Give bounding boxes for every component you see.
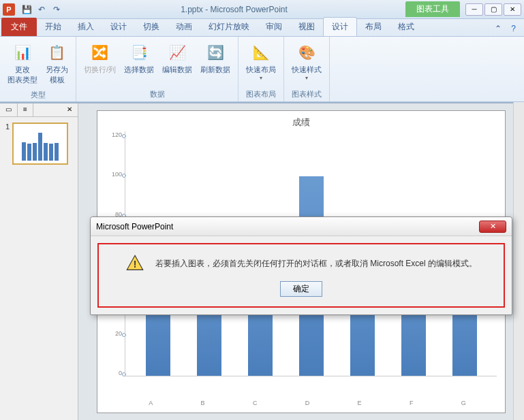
slide-number: 1: [5, 123, 10, 165]
ribbon-icon: 📊: [12, 42, 33, 63]
x-tick: G: [461, 400, 466, 406]
ribbon-icon: 🔄: [204, 42, 226, 63]
ribbon: 📊更改图表类型📋另存为模板类型🔀切换行/列📑选择数据📈编辑数据🔄刷新数据数据📐快…: [0, 37, 524, 102]
ribbon-tabs: 文件 开始 插入 设计 切换 动画 幻灯片放映 审阅 视图 设计 布局 格式 ⌃…: [0, 19, 524, 37]
ribbon-icon: 🎨: [296, 42, 318, 63]
ribbon-group: 📐快速布局▾图表布局: [238, 37, 284, 101]
y-tick: 20: [106, 330, 122, 337]
ribbon-icon: 📑: [128, 42, 150, 63]
dialog-message: 若要插入图表，必须首先关闭任何打开的对话框，或者取消 Microsoft Exc…: [155, 258, 477, 270]
ribbon-help: ⌃ ?: [492, 21, 519, 36]
tab-transitions[interactable]: 切换: [135, 18, 168, 36]
x-axis: ABCDEFG: [106, 397, 497, 406]
minimize-button[interactable]: ─: [465, 3, 483, 16]
tab-design[interactable]: 设计: [102, 18, 135, 36]
undo-icon[interactable]: ↶: [35, 3, 48, 16]
y-tick: 100: [106, 171, 122, 178]
tab-chart-design[interactable]: 设计: [323, 17, 357, 36]
tab-chart-layout[interactable]: 布局: [357, 18, 390, 36]
collapse-ribbon-icon[interactable]: ⌃: [492, 21, 504, 36]
window-title: 1.pptx - Microsoft PowerPoint: [63, 5, 405, 14]
tab-slideshow[interactable]: 幻灯片放映: [200, 18, 258, 36]
thumbnail-preview: [12, 123, 68, 165]
close-button[interactable]: ✕: [504, 3, 521, 16]
x-tick: B: [201, 400, 205, 406]
y-tick: 0: [106, 370, 122, 376]
panel-tab-slides[interactable]: ▭: [0, 103, 18, 116]
chevron-down-icon: ▾: [260, 75, 262, 81]
tab-animations[interactable]: 动画: [168, 18, 200, 36]
tab-home[interactable]: 开始: [37, 18, 70, 36]
ribbon-button[interactable]: 🎨快速样式▾: [288, 39, 325, 83]
x-tick: D: [305, 400, 310, 406]
ribbon-button[interactable]: 📑选择数据: [121, 39, 157, 77]
x-tick: F: [410, 400, 414, 406]
panel-close-icon[interactable]: ✕: [61, 103, 78, 116]
warning-icon: !: [125, 254, 144, 273]
tab-view[interactable]: 视图: [290, 18, 323, 36]
slide-thumbnail[interactable]: 1: [5, 123, 72, 165]
ribbon-group: 📊更改图表类型📋另存为模板类型: [0, 37, 76, 101]
quick-access-toolbar: 💾 ↶ ↷: [20, 3, 63, 16]
ribbon-button[interactable]: 📈编辑数据: [159, 39, 196, 77]
ribbon-icon: 🔀: [89, 42, 111, 63]
save-icon[interactable]: 💾: [20, 3, 33, 16]
ribbon-group: 🎨快速样式▾图表样式: [284, 37, 330, 101]
help-icon[interactable]: ?: [508, 21, 519, 36]
ribbon-icon: 📐: [250, 42, 272, 63]
dialog-title-text: Microsoft PowerPoint: [96, 222, 173, 231]
ok-button[interactable]: 确定: [280, 281, 322, 297]
ribbon-button[interactable]: 📐快速布局▾: [243, 39, 279, 83]
dialog-titlebar: Microsoft PowerPoint ✕: [91, 217, 512, 236]
x-tick: E: [358, 400, 362, 406]
ribbon-group-label: 数据: [76, 89, 238, 101]
ribbon-group: 🔀切换行/列📑选择数据📈编辑数据🔄刷新数据数据: [76, 37, 238, 101]
chart-title: 成绩: [106, 116, 497, 129]
ribbon-icon: 📋: [46, 42, 68, 63]
x-tick: C: [253, 400, 258, 406]
ribbon-button[interactable]: 📊更改图表类型: [4, 39, 41, 87]
x-tick: A: [149, 400, 153, 406]
y-tick: 120: [106, 131, 122, 138]
dialog-body: ! 若要插入图表，必须首先关闭任何打开的对话框，或者取消 Microsoft E…: [97, 243, 505, 308]
window-controls: ─ ▢ ✕: [465, 3, 521, 16]
maximize-button[interactable]: ▢: [484, 3, 502, 16]
ribbon-icon: 📈: [166, 42, 188, 63]
ribbon-button: 🔀切换行/列: [80, 39, 119, 77]
redo-icon[interactable]: ↷: [50, 3, 63, 16]
slide-panel: ▭ ≡ ✕ 1: [0, 103, 78, 420]
panel-tab-outline[interactable]: ≡: [18, 103, 33, 116]
ribbon-group-label: 类型: [0, 90, 76, 102]
ribbon-button[interactable]: 🔄刷新数据: [197, 39, 234, 77]
file-tab[interactable]: 文件: [1, 18, 37, 36]
context-tab-chart-tools: 图表工具: [405, 1, 460, 17]
vertical-scrollbar[interactable]: [513, 102, 524, 420]
tab-review[interactable]: 审阅: [258, 18, 290, 36]
ribbon-group-label: 图表样式: [284, 89, 329, 101]
dialog-close-button[interactable]: ✕: [479, 221, 506, 233]
title-bar: P 💾 ↶ ↷ 1.pptx - Microsoft PowerPoint 图表…: [0, 0, 524, 19]
svg-text:!: !: [134, 259, 137, 270]
dialog-message-row: ! 若要插入图表，必须首先关闭任何打开的对话框，或者取消 Microsoft E…: [125, 254, 477, 273]
ribbon-group-label: 图表布局: [238, 89, 283, 101]
chevron-down-icon: ▾: [305, 75, 308, 81]
tab-insert[interactable]: 插入: [70, 18, 102, 36]
panel-tabs: ▭ ≡ ✕: [0, 103, 78, 117]
ribbon-button[interactable]: 📋另存为模板: [42, 39, 72, 87]
message-dialog: Microsoft PowerPoint ✕ ! 若要插入图表，必须首先关闭任何…: [90, 216, 512, 315]
app-icon: P: [3, 3, 15, 16]
tab-chart-format[interactable]: 格式: [390, 18, 422, 36]
